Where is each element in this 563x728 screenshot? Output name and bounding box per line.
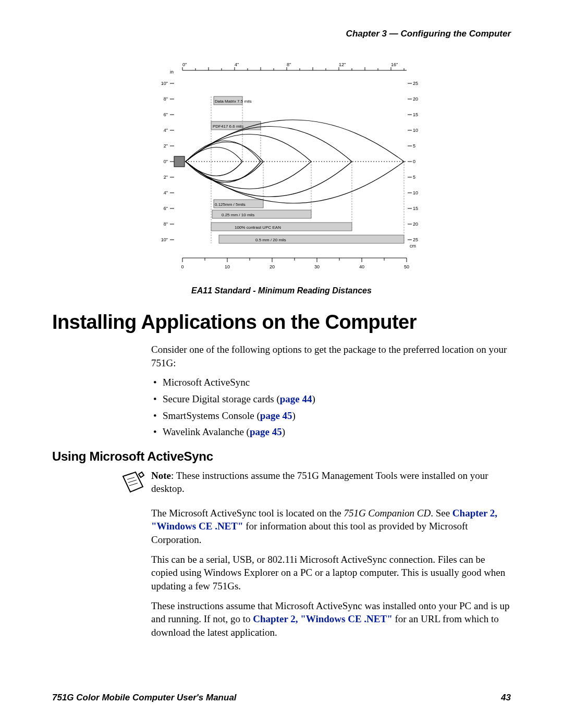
note-icon [120, 469, 147, 497]
note-body: : These instructions assume the 751G Man… [151, 470, 488, 495]
axis-tick: 2" [164, 175, 168, 180]
chapter-link[interactable]: Chapter 2, "Windows CE .NET" [253, 613, 392, 624]
axis-tick: 10 [413, 128, 418, 133]
footer-manual-title: 751G Color Mobile Computer User's Manual [52, 693, 237, 703]
axis-tick: 12" [339, 62, 346, 67]
list-text: ) [292, 410, 296, 421]
paragraph: This can be a serial, USB, or 802.11i Mi… [151, 553, 511, 593]
page-link[interactable]: page 45 [250, 426, 282, 437]
list-text: Microsoft ActiveSync [163, 377, 250, 388]
note-label: Note [151, 470, 171, 481]
text-italic: 751G Companion CD [344, 508, 431, 519]
options-list: Microsoft ActiveSync Secure Digital stor… [151, 376, 511, 439]
axis-tick: 4" [235, 62, 239, 67]
list-text: ) [312, 393, 315, 404]
list-item: Secure Digital storage cards (page 44) [151, 392, 511, 406]
footer-page-number: 43 [501, 693, 511, 703]
axis-tick: 15 [413, 112, 418, 117]
svg-rect-41 [174, 156, 185, 167]
axis-tick: 10 [225, 264, 230, 269]
axis-tick: 6" [164, 112, 168, 117]
bar-label: 0.25 mm / 10 mils [222, 213, 254, 217]
list-item: Wavelink Avalanche (page 45) [151, 425, 511, 439]
axis-tick: 50 [404, 264, 409, 269]
note-block: Note: These instructions assume the 751G… [120, 469, 511, 497]
page-link[interactable]: page 45 [260, 410, 292, 421]
bar-label: Data Matrix 7.5 mils [215, 99, 252, 104]
axis-tick: 25 [413, 81, 418, 86]
bar-label: 100% contrast UPC EAN [235, 225, 281, 230]
axis-tick: 8" [164, 96, 168, 102]
bar-label: PDF417 6.6 mils [213, 124, 243, 129]
axis-tick: 10" [161, 237, 168, 242]
axis-tick: 20 [413, 221, 418, 227]
list-text: SmartSystems Console ( [163, 410, 260, 421]
axis-tick: 0 [413, 159, 415, 164]
section-title: Installing Applications on the Computer [52, 311, 511, 334]
axis-tick: 2" [164, 143, 168, 149]
axis-tick: 5 [413, 175, 415, 180]
axis-tick: 20 [413, 96, 418, 102]
axis-tick: 15 [413, 206, 418, 211]
list-text: ) [282, 426, 285, 437]
intro-block: Consider one of the following options to… [151, 343, 511, 439]
text: The Microsoft ActiveSync tool is located… [151, 508, 344, 519]
bar-label: 0.5 mm / 20 mils [255, 238, 286, 242]
paragraph: The Microsoft ActiveSync tool is located… [151, 507, 511, 547]
svg-rect-48 [219, 235, 404, 243]
list-text: Wavelink Avalanche ( [163, 426, 250, 437]
axis-tick: 40 [359, 264, 364, 269]
axis-tick: 0" [182, 62, 187, 67]
axis-tick: 4" [164, 190, 168, 195]
paragraph: These instructions assume that Microsoft… [151, 599, 511, 639]
page-footer: 751G Color Mobile Computer User's Manual… [52, 693, 511, 703]
subsection-title: Using Microsoft ActiveSync [52, 449, 511, 464]
axis-tick: 0" [164, 159, 168, 164]
list-item: SmartSystems Console (page 45) [151, 409, 511, 423]
axis-tick: 6" [164, 206, 168, 211]
axis-tick: 8" [164, 221, 168, 227]
axis-tick: 10 [413, 190, 418, 195]
note-text: Note: These instructions assume the 751G… [151, 469, 511, 496]
axis-tick: 25 [413, 237, 418, 242]
intro-paragraph: Consider one of the following options to… [151, 343, 511, 369]
svg-rect-47 [211, 223, 352, 231]
axis-tick: 10" [161, 81, 168, 86]
axis-tick: 0 [181, 264, 183, 269]
text: . See [431, 508, 452, 519]
axis-tick: 20 [270, 264, 275, 269]
chart-caption: EA11 Standard - Minimum Reading Distance… [136, 286, 427, 295]
axis-tick: 8" [287, 62, 291, 67]
axis-tick: 16" [391, 62, 398, 67]
axis-unit-in: in [170, 69, 174, 75]
list-item: Microsoft ActiveSync [151, 376, 511, 389]
axis-tick: 4" [164, 128, 168, 133]
bar-label: 0.125mm / 5mils [215, 202, 246, 207]
axis-unit-cm: cm [410, 243, 416, 249]
axis-tick: 5 [413, 143, 415, 149]
page-link[interactable]: page 44 [280, 393, 312, 404]
axis-tick: 30 [314, 264, 320, 269]
list-text: Secure Digital storage cards ( [163, 393, 280, 404]
subsection-body: The Microsoft ActiveSync tool is located… [151, 507, 511, 639]
page: Chapter 3 — Configuring the Computer 0" … [0, 0, 563, 728]
reading-distance-chart: 0" 4" 8" 12" 16" in 10" 8" 6" 4" [136, 60, 427, 281]
chapter-header: Chapter 3 — Configuring the Computer [52, 29, 511, 39]
